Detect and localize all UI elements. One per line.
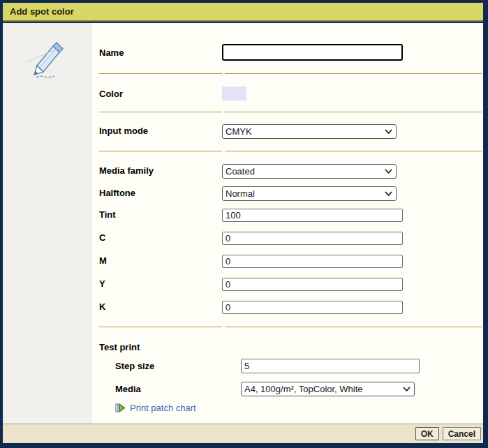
halftone-select[interactable]: Normal bbox=[222, 186, 397, 201]
separator bbox=[99, 112, 222, 112]
pencil-icon bbox=[27, 38, 67, 84]
media-family-label: Media family bbox=[99, 165, 154, 176]
media-family-select[interactable]: Coated bbox=[222, 164, 397, 179]
tint-label: Tint bbox=[99, 209, 116, 220]
halftone-label: Halftone bbox=[99, 188, 135, 198]
dialog-footer: OK Cancel bbox=[3, 424, 483, 443]
input-mode-label: Input mode bbox=[99, 126, 148, 136]
separator bbox=[225, 112, 482, 112]
k-input[interactable] bbox=[222, 301, 403, 314]
m-input[interactable] bbox=[222, 255, 403, 268]
dialog-content: Name Color Input mode CMYK Media family … bbox=[3, 23, 483, 424]
separator bbox=[225, 73, 482, 74]
add-spot-color-dialog: Add spot color Name bbox=[0, 0, 488, 448]
dialog-form: Name Color Input mode CMYK Media family … bbox=[92, 23, 483, 424]
ok-button[interactable]: OK bbox=[415, 427, 439, 440]
step-size-input[interactable] bbox=[241, 359, 420, 373]
y-input[interactable] bbox=[222, 278, 403, 291]
c-label: C bbox=[99, 232, 105, 243]
separator bbox=[99, 327, 222, 327]
cancel-button[interactable]: Cancel bbox=[443, 427, 481, 440]
c-input[interactable] bbox=[222, 232, 403, 245]
name-label: Name bbox=[99, 47, 124, 58]
dialog-sidebar bbox=[3, 23, 92, 424]
test-print-heading: Test print bbox=[99, 342, 140, 352]
tint-input[interactable] bbox=[222, 209, 403, 222]
step-size-label: Step size bbox=[115, 361, 154, 371]
media-label: Media bbox=[115, 384, 141, 394]
green-play-icon bbox=[115, 403, 126, 413]
print-patch-chart-link[interactable]: Print patch chart bbox=[115, 403, 196, 413]
color-swatch bbox=[222, 87, 246, 100]
print-patch-chart-label: Print patch chart bbox=[130, 403, 196, 413]
input-mode-select[interactable]: CMYK bbox=[222, 124, 397, 139]
separator bbox=[225, 327, 482, 327]
k-label: K bbox=[99, 301, 105, 312]
separator bbox=[225, 151, 482, 151]
media-select[interactable]: A4, 100g/m², TopColor, White bbox=[241, 382, 415, 396]
dialog-title: Add spot color bbox=[10, 6, 74, 17]
m-label: M bbox=[99, 255, 107, 266]
name-input[interactable] bbox=[222, 44, 403, 61]
separator bbox=[99, 73, 222, 74]
dialog-titlebar: Add spot color bbox=[3, 3, 483, 22]
color-label: Color bbox=[99, 89, 123, 99]
separator bbox=[99, 151, 222, 151]
y-label: Y bbox=[99, 278, 105, 289]
